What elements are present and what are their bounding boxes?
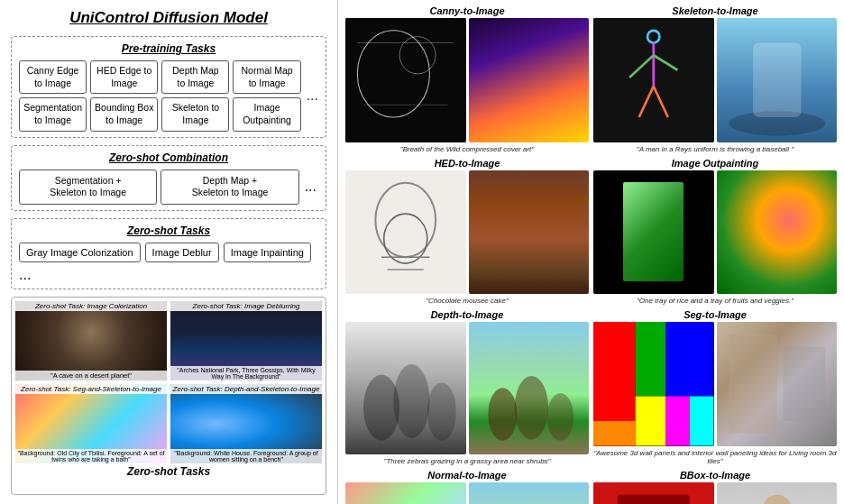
svg-rect-26 (636, 322, 665, 397)
right-panel: Canny-to-Image "Breath of the Wild compr… (338, 0, 844, 504)
examples-bottom-label: Zero-shot Tasks (15, 465, 322, 478)
normal-result-img (469, 482, 590, 505)
svg-rect-37 (618, 494, 690, 504)
svg-rect-28 (636, 397, 665, 446)
example-deblur: Zero-shot Task: Image Deblurring "Arches… (170, 301, 322, 380)
svg-point-24 (546, 393, 573, 441)
example-seg-ske: Zero-shot Task: Seg-and-Skeleton-to-Imag… (15, 384, 167, 463)
svg-point-22 (488, 388, 517, 441)
block-hed-caption: "Chocolate mousee cake" (345, 297, 589, 305)
block-bbox-title: BBox-to-Image (593, 470, 837, 481)
block-normal: Normal-to-Image "Elephant with water in … (345, 470, 589, 505)
task-skeleton: Skeleton toImage (161, 97, 229, 131)
block-skeleton-title: Skeleton-to-Image (593, 5, 837, 16)
block-skeleton: Skeleton-to-Image (593, 5, 837, 153)
block-normal-title: Normal-to-Image (345, 470, 589, 481)
zeroshot-dots: ... (19, 267, 31, 283)
pretraining-dots: ... (305, 87, 318, 104)
canny-edge-img (345, 18, 466, 142)
example-depth-ske-label: Zero-shot Task: Depth-and-Skeleton-to-Im… (170, 384, 322, 394)
combo-depth-ske: Depth Map +Skeleton to Image (161, 170, 298, 205)
pretraining-row: Canny Edgeto Image HED Edge toImage Dept… (19, 60, 318, 132)
task-normal: Normal Mapto Image (233, 60, 300, 94)
zeroshot-combo-section: Zero-shot Combination Segmentation +Skel… (11, 145, 326, 211)
block-seg-caption: "Awesome 3d wall panels and interior wal… (593, 449, 837, 465)
hed-result-img (469, 170, 590, 295)
block-outpaint: Image Outpainting "One tray of rice and … (593, 158, 837, 306)
svg-rect-27 (665, 322, 713, 397)
skeleton-result-img (717, 18, 838, 142)
block-canny-title: Canny-to-Image (345, 5, 589, 16)
depth-result-img (469, 322, 590, 454)
main-title: UniControl Diffusion Model (11, 9, 326, 27)
example-deblur-label: Zero-shot Task: Image Deblurring (170, 301, 322, 311)
zeroshot-combo-title: Zero-shot Combination (19, 151, 318, 164)
svg-rect-0 (345, 18, 466, 142)
block-canny-images (345, 18, 589, 142)
block-depth-title: Depth-to-Image (345, 309, 589, 320)
example-depth-ske: Zero-shot Task: Depth-and-Skeleton-to-Im… (170, 384, 322, 463)
combo-dots: ... (303, 179, 318, 195)
block-outpaint-images (593, 170, 837, 295)
block-canny: Canny-to-Image "Breath of the Wild compr… (345, 5, 589, 153)
svg-rect-31 (593, 421, 636, 446)
hed-edge-img (345, 170, 466, 295)
chip-colorization: Gray Image Colorization (19, 243, 141, 262)
block-hed-images (345, 170, 589, 295)
block-depth-caption: "Three zebras grazing in a grassy area n… (345, 457, 589, 465)
examples-grid: Zero-shot Task: Image Colorization "A ca… (15, 301, 322, 463)
pretraining-title: Pre-training Tasks (19, 42, 318, 55)
block-seg: Seg-to-Image "Awesome 3 (593, 309, 837, 465)
example-depth-ske-caption: "Background: White House. Foreground: A … (170, 449, 322, 463)
combo-seg-ske: Segmentation +Skeleton to Image (19, 170, 157, 205)
block-seg-title: Seg-to-Image (593, 309, 837, 320)
zeroshot-chips-row: Gray Image Colorization Image Deblur Ima… (19, 243, 318, 283)
block-depth: Depth-to-Image "Three zebras grazing in … (345, 309, 589, 465)
pretraining-section: Pre-training Tasks Canny Edgeto Image HE… (11, 36, 326, 138)
svg-rect-33 (783, 347, 825, 422)
outpaint-left-img (593, 170, 714, 295)
svg-rect-32 (729, 334, 776, 434)
block-outpaint-title: Image Outpainting (593, 158, 837, 169)
block-depth-images (345, 322, 589, 454)
block-skeleton-caption: "A man in a Rays uniform is throwing a b… (593, 145, 837, 153)
example-colorization-caption: "A cave on a desert planet" (15, 371, 167, 380)
svg-point-20 (393, 364, 429, 438)
bbox-result-img (717, 482, 838, 505)
seg-result-img (717, 322, 838, 446)
svg-rect-29 (665, 397, 690, 446)
task-outpaint: ImageOutpainting (233, 97, 300, 131)
block-skeleton-images (593, 18, 837, 142)
chip-inpainting: Image Inpainting (224, 243, 311, 262)
block-outpaint-caption: "One tray of rice and a tray of fruits a… (593, 297, 837, 305)
svg-point-23 (514, 376, 547, 439)
block-bbox: BBox-to-Image "A man with glasses and we… (593, 470, 837, 505)
task-hed: HED Edge toImage (90, 60, 158, 94)
example-colorization-label: Zero-shot Task: Image Colorization (15, 301, 167, 311)
zeroshot-tasks-title: Zero-shot Tasks (19, 225, 318, 237)
skeleton-edge-img (593, 18, 714, 142)
block-hed-title: HED-to-Image (345, 158, 589, 169)
svg-point-38 (762, 494, 791, 504)
svg-rect-14 (345, 170, 466, 295)
svg-rect-30 (690, 397, 714, 446)
task-grid: Canny Edgeto Image HED Edge toImage Dept… (19, 60, 301, 132)
block-canny-caption: "Breath of the Wild compressed cover art… (345, 145, 589, 153)
example-seg-ske-label: Zero-shot Task: Seg-and-Skeleton-to-Imag… (15, 384, 167, 394)
example-deblur-caption: "Arches National Park, Three Gossips, Wi… (170, 366, 322, 380)
depth-edge-img (345, 322, 466, 454)
chip-deblur: Image Deblur (145, 243, 219, 262)
bbox-map-img (593, 482, 714, 505)
example-colorization: Zero-shot Task: Image Colorization "A ca… (15, 301, 167, 380)
block-normal-images (345, 482, 589, 505)
block-seg-images (593, 322, 837, 446)
svg-rect-13 (753, 43, 801, 118)
task-bbox: Bounding Boxto Image (90, 97, 158, 131)
task-depth: Depth Mapto Image (161, 60, 229, 94)
zeroshot-tasks-section: Zero-shot Tasks Gray Image Colorization … (11, 218, 326, 289)
block-bbox-images (593, 482, 837, 505)
block-hed: HED-to-Image "Chocolate mousee cake" (345, 158, 589, 306)
examples-section: Zero-shot Task: Image Colorization "A ca… (11, 297, 326, 495)
canny-result-img (469, 18, 590, 142)
task-canny: Canny Edgeto Image (19, 60, 87, 94)
